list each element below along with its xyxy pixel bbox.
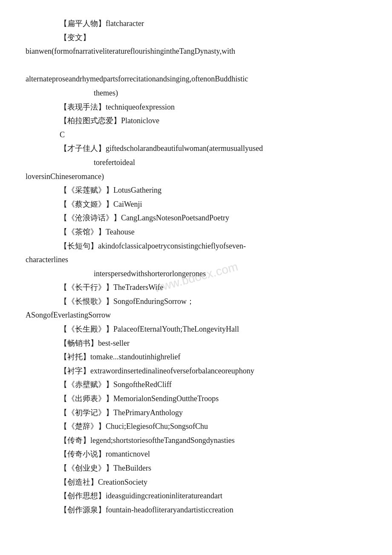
list-item: 【创造社】CreationSociety (26, 476, 366, 489)
content-area: 【扁平人物】flatcharacter【变文】bianwen(formofnar… (26, 17, 366, 516)
list-item: 【衬托】tomake...standoutinhighrelief (26, 350, 366, 364)
list-item: 【扁平人物】flatcharacter (26, 17, 366, 30)
list-item: ASongofEverlastingSorrow (26, 309, 366, 322)
list-item: 【《初学记》】ThePrimaryAnthology (26, 406, 366, 419)
list-item: 【变文】 (26, 31, 366, 44)
list-item: 【创作思想】ideasguidingcreationinliteraturean… (26, 489, 366, 503)
list-item: 【《创业史》】TheBuilders (26, 462, 366, 475)
list-item: 【《楚辞》】Chuci;ElegiesofChu;SongsofChu (26, 420, 366, 433)
list-item: interspersedwithshorterоrlongerones (26, 267, 366, 280)
list-item (26, 59, 366, 72)
list-item: 【柏拉图式恋爱】Platoniclove (26, 114, 366, 127)
list-item: 【《沧浪诗话》】CangLangsNotesonPoetsandPoetry (26, 211, 366, 225)
list-item: 【《茶馆》】Teahouse (26, 225, 366, 239)
list-item: 【《出师表》】MemorialonSendingOuttheTroops (26, 392, 366, 405)
list-item: alternateproseandrhymedpartsforrecitatio… (26, 72, 366, 86)
list-item: 【畅销书】best-seller (26, 337, 366, 350)
list-item: 【衬字】extrawordinsertedinalineofverseforba… (26, 364, 366, 378)
list-item: themes) (26, 87, 366, 100)
list-item: 【《采莲赋》】LotusGathering (26, 184, 366, 197)
list-item: characterlines (26, 253, 366, 266)
list-item: 【才子佳人】giftedscholarandbeautifulwoman(ate… (26, 142, 366, 155)
list-item: 【传奇小说】romanticnovel (26, 448, 366, 461)
list-item: 【《蔡文姬》】CaiWenji (26, 198, 366, 211)
list-item: 【表现手法】techniqueofexpression (26, 101, 366, 114)
list-item: C (26, 128, 366, 142)
list-item: 【传奇】legend;shortstoriesoftheTangandSongd… (26, 434, 366, 447)
list-item: 【长短句】akindofclassicalpoetryconsistingchi… (26, 240, 366, 253)
list-item: 【创作源泉】fountain-headofliteraryandartistic… (26, 503, 366, 517)
list-item: 【《赤壁赋》】SongoftheRedCliff (26, 378, 366, 391)
list-item: torefertoideal (26, 156, 366, 169)
list-item: bianwen(formofnarrativeliteratureflouris… (26, 45, 366, 58)
list-item: 【《长恨歌》】SongofEnduringSorrow； (26, 295, 366, 308)
list-item: loversinChineseromance) (26, 170, 366, 183)
list-item: 【《长生殿》】PalaceofEternalYouth;TheLongevity… (26, 323, 366, 336)
list-item: 【《长干行》】TheTradersWife (26, 281, 366, 294)
